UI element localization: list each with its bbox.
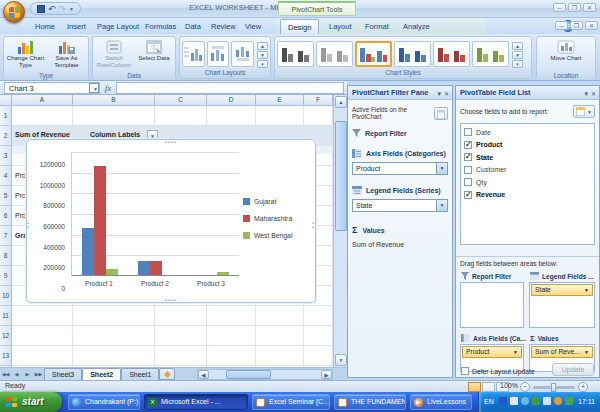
defer-layout-checkbox[interactable] [461, 367, 469, 375]
pivot-pane-button[interactable] [434, 107, 448, 120]
checkbox-checked-icon[interactable] [464, 141, 472, 149]
chart-style-5[interactable] [433, 41, 470, 67]
name-box-dropdown-icon[interactable]: ▼ [89, 83, 99, 93]
checkbox-checked-icon[interactable] [464, 191, 472, 199]
legend-field-item-state[interactable]: State ▼ [531, 284, 593, 296]
sheet-tab-sheet3[interactable]: Sheet3 [44, 368, 82, 381]
tab-layout[interactable]: Layout [322, 19, 359, 34]
insert-worksheet-icon[interactable] [159, 368, 175, 380]
field-list-menu-icon[interactable]: ▼ [583, 91, 589, 97]
tab-analyze[interactable]: Analyze [396, 19, 437, 34]
field-checkbox-revenue[interactable]: Revenue [461, 189, 594, 202]
change-chart-type-button[interactable]: Change Chart Type [6, 39, 45, 71]
horizontal-scroll-thumb[interactable] [226, 370, 271, 379]
tab-format[interactable]: Format [358, 19, 396, 34]
last-sheet-icon[interactable]: ▶▶ [33, 369, 44, 380]
redo-icon[interactable]: ↷ [59, 4, 67, 14]
layouts-scroll-up-icon[interactable]: ▲ [257, 42, 268, 50]
doc-close-button[interactable]: ✕ [585, 21, 598, 30]
worksheet[interactable]: A B C D E F 1234567891011121314 Sum of R… [0, 95, 333, 367]
tray-icon[interactable] [521, 397, 529, 405]
chart-layout-3[interactable] [231, 41, 254, 67]
field-list-close-icon[interactable]: ✕ [591, 91, 596, 97]
layouts-more-icon[interactable]: ▾ [257, 60, 268, 68]
close-button[interactable]: ✕ [583, 3, 596, 12]
tray-icon[interactable] [510, 397, 518, 405]
row-header-8[interactable]: 8 [0, 246, 12, 266]
page-layout-view-icon[interactable] [482, 382, 495, 392]
row-header-11[interactable]: 11 [0, 306, 12, 326]
zoom-level[interactable]: 100% [500, 382, 518, 389]
column-header-d[interactable]: D [207, 95, 256, 106]
legend-field-dropdown[interactable]: State ▼ [352, 199, 448, 212]
styles-scroll-up-icon[interactable]: ▲ [512, 42, 523, 50]
layouts-scroll-down-icon[interactable]: ▼ [257, 51, 268, 59]
row-header-9[interactable]: 9 [0, 266, 12, 286]
field-list-header[interactable]: PivotTable Field List ▼ ✕ [456, 86, 599, 100]
field-list-view-button[interactable]: ▼ [573, 105, 595, 118]
row-header-13[interactable]: 13 [0, 346, 12, 366]
axis-field-dropdown-icon[interactable]: ▼ [436, 163, 447, 174]
tray-icon[interactable] [565, 397, 573, 405]
taskbar-item-chandrakant[interactable]: Chandrakant (P:) [68, 394, 140, 410]
vertical-scrollbar[interactable]: ▲ ▼ [333, 95, 347, 367]
checkbox-icon[interactable] [464, 166, 472, 174]
vertical-scroll-thumb[interactable] [335, 121, 347, 231]
tab-review[interactable]: Review [204, 19, 243, 34]
tab-home[interactable]: Home [28, 19, 62, 34]
row-header-5[interactable]: 5 [0, 186, 12, 206]
chart-resize-handle[interactable]: •••• [165, 298, 177, 302]
column-header-b[interactable]: B [73, 95, 155, 106]
chart-style-3-selected[interactable] [355, 41, 392, 67]
chart-resize-handle-top[interactable]: •••• [165, 140, 177, 144]
minimize-button[interactable]: ─ [553, 3, 566, 12]
horizontal-scrollbar[interactable]: ◀ ▶ [197, 369, 333, 380]
chart-resize-handle-left[interactable]: •• [27, 221, 30, 229]
chart-style-6[interactable] [472, 41, 509, 67]
field-checkbox-product[interactable]: Product [461, 139, 594, 152]
checkbox-icon[interactable] [464, 128, 472, 136]
field-checkbox-state[interactable]: State [461, 151, 594, 164]
taskbar-item-fundamentals[interactable]: THE FUNDAMEN... [334, 394, 406, 410]
save-as-template-button[interactable]: Save As Template [47, 39, 86, 71]
checkbox-checked-icon[interactable] [464, 153, 472, 161]
switch-row-column-button[interactable]: Switch Row/Column [95, 39, 133, 71]
cell-sum-of-revenue[interactable]: Sum of Revenue [15, 131, 70, 138]
column-header-e[interactable]: E [256, 95, 304, 106]
zoom-in-icon[interactable]: + [578, 382, 588, 392]
row-header-12[interactable]: 12 [0, 326, 12, 346]
row-header-3[interactable]: 3 [0, 146, 12, 166]
sheet-tab-sheet2[interactable]: Sheet2 [82, 368, 121, 381]
column-header-a[interactable]: A [12, 95, 73, 106]
legend-fields-dropzone[interactable]: State ▼ [529, 282, 595, 328]
field-list-view-dropdown-icon[interactable]: ▼ [587, 109, 592, 115]
tray-icon[interactable] [543, 397, 551, 405]
checkbox-icon[interactable] [464, 178, 472, 186]
select-all-corner[interactable] [0, 95, 12, 106]
field-checkbox-date[interactable]: Date [461, 126, 594, 139]
name-box[interactable]: Chart 3 ▼ [4, 82, 100, 94]
row-header-1[interactable]: 1 [0, 106, 12, 126]
next-sheet-icon[interactable]: ▶ [22, 369, 33, 380]
move-chart-button[interactable]: Move Chart [546, 39, 586, 71]
field-checkbox-customer[interactable]: Customer [461, 164, 594, 177]
row-header-2[interactable]: 2 [0, 126, 12, 146]
zoom-slider-track[interactable] [533, 386, 575, 389]
styles-more-icon[interactable]: ▾ [512, 60, 523, 68]
scroll-up-icon[interactable]: ▲ [335, 96, 347, 108]
axis-field-item-product[interactable]: Product ▼ [462, 346, 522, 358]
formula-input[interactable] [116, 82, 344, 94]
row-header-4[interactable]: 4 [0, 166, 12, 186]
row-header-10[interactable]: 10 [0, 286, 12, 306]
tray-icon[interactable] [554, 397, 562, 405]
row-header-7[interactable]: 7 [0, 226, 12, 246]
field-checkbox-qty[interactable]: Qty [461, 176, 594, 189]
values-item-dropdown-icon[interactable]: ▼ [584, 347, 589, 357]
select-data-button[interactable]: Select Data [135, 39, 173, 71]
chart-style-2[interactable] [316, 41, 353, 67]
legend-item-dropdown-icon[interactable]: ▼ [584, 285, 589, 295]
column-header-c[interactable]: C [155, 95, 207, 106]
zoom-slider-thumb[interactable] [551, 383, 556, 392]
first-sheet-icon[interactable]: ◀◀ [0, 369, 11, 380]
filter-pane-close-icon[interactable]: ✕ [444, 91, 449, 97]
